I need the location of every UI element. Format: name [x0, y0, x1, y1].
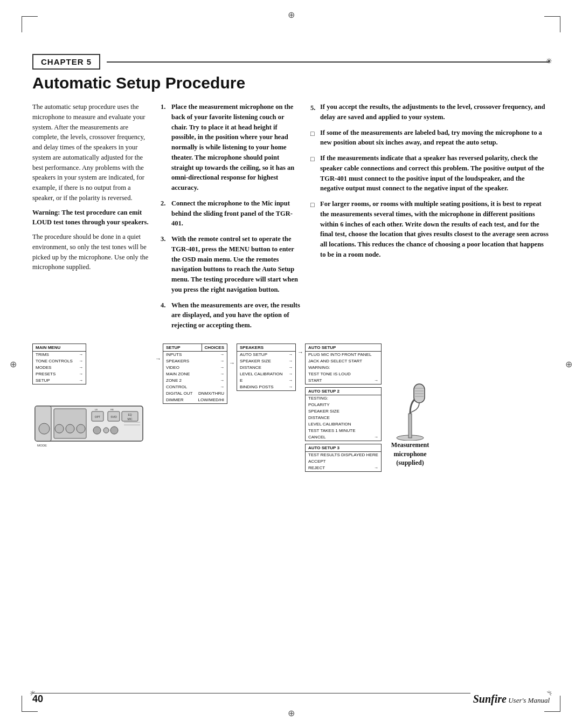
- crosshair-left: ⊕: [10, 359, 17, 369]
- as1-start: START→: [306, 377, 381, 384]
- as1-loud: TEST TONE IS LOUD: [306, 371, 381, 377]
- svg-point-5: [55, 424, 64, 433]
- numbered-list: 1. Place the measurement microphone on t…: [161, 102, 301, 331]
- microphone-svg: [391, 376, 429, 441]
- corner-tr: [544, 16, 560, 32]
- as2-time: TEST TAKES 1 MINUTE: [306, 428, 381, 434]
- item-num-4: 4.: [161, 300, 168, 331]
- speakers-header: SPEAKERS: [237, 344, 295, 352]
- list-item-2: 2. Connect the microphone to the Mic inp…: [161, 198, 301, 229]
- as1-jack: JACK AND SELECT START: [306, 358, 381, 365]
- menu-digital-out: DIGITAL OUTDNMX/THRU: [163, 390, 227, 397]
- svg-point-6: [66, 424, 74, 433]
- svg-point-7: [77, 424, 85, 433]
- bullet-text-1: If some of the measurements are labeled …: [320, 128, 550, 148]
- main-menu-header: MAIN MENU: [33, 344, 86, 352]
- chapter-line: [107, 61, 550, 63]
- as1-plug: PLUG MIC INTO FRONT PANEL: [306, 352, 381, 358]
- as3-reject: REJECT→: [306, 465, 381, 471]
- left-para-2: Warning: The test procedure can emit LOU…: [32, 208, 151, 228]
- svg-point-15: [93, 427, 101, 434]
- spk-level-cal: LEVEL CALIBRATION→: [237, 371, 295, 377]
- spk-e: E→: [237, 377, 295, 384]
- star-tr: ✳: [546, 57, 552, 66]
- svg-rect-23: [408, 414, 412, 438]
- choices-header: CHOICES: [202, 344, 227, 351]
- item-text-4: When the measurements are over, the resu…: [171, 300, 301, 331]
- arrow-2: →: [229, 344, 235, 366]
- svg-text:LB: LB: [95, 408, 98, 411]
- left-para-1: The automatic setup procedure uses the m…: [32, 102, 151, 203]
- item-text-1: Place the measurement microphone on the …: [171, 102, 301, 193]
- as2-size: SPEAKER SIZE: [306, 408, 381, 415]
- menu-control: CONTROL→: [163, 384, 227, 390]
- mic-label: Measurement microphone (supplied): [391, 441, 429, 468]
- footer-suffix: User's Manual: [507, 696, 550, 704]
- as1-warning: WARNING:: [306, 365, 381, 371]
- as3-results: TEST RESULTS DISPLAYED HERE: [306, 452, 381, 458]
- item-num-2: 2.: [161, 198, 168, 229]
- spk-auto-setup: AUTO SETUP→: [237, 352, 295, 358]
- main-menu-box: MAIN MENU TRIMS→ TONE CONTROLS→ MODES→ P…: [32, 344, 86, 384]
- arrow-3: →: [297, 344, 303, 355]
- auto-setup-3-header: AUTO SETUP 3: [306, 444, 381, 452]
- item-num-1: 1.: [161, 102, 168, 193]
- bullet-text-2: If the measurements indicate that a spea…: [320, 153, 550, 194]
- page-number: 40: [32, 693, 46, 705]
- right-item-5: 5. If you accept the results, the adjust…: [310, 102, 550, 122]
- right-item-b1: □ If some of the measurements are labele…: [310, 128, 550, 148]
- item-text-5: If you accept the results, the adjustmen…: [320, 102, 550, 122]
- content-columns: The automatic setup procedure uses the m…: [32, 102, 550, 336]
- as2-level: LEVEL CALIBRATION: [306, 421, 381, 428]
- page-title: Automatic Setup Procedure: [32, 74, 550, 92]
- menu-inputs: INPUTS→: [163, 352, 227, 358]
- menu-item-tone: TONE CONTROLS→: [33, 358, 86, 365]
- crosshair-right: ⊕: [565, 359, 572, 369]
- right-item-b2: □ If the measurements indicate that a sp…: [310, 153, 550, 194]
- menu-dimmer: DIMMERLOW/MED/HI: [163, 397, 227, 403]
- auto-setup-2-header: AUTO SETUP 2: [306, 388, 381, 395]
- svg-text:SVID: SVID: [110, 415, 117, 418]
- crosshair-top: ⊕: [288, 10, 295, 20]
- menu-item-trims: TRIMS→: [33, 352, 86, 358]
- as2-cancel: CANCEL→: [306, 434, 381, 441]
- chapter-label: CHAPTER 5: [32, 54, 100, 70]
- brand-area: Sunfire User's Manual: [470, 693, 550, 705]
- spk-size: SPEAKER SIZE→: [237, 358, 295, 365]
- svg-point-4: [39, 423, 50, 434]
- svg-text:MIC: MIC: [127, 417, 133, 421]
- crosshair-bottom: ⊕: [288, 708, 295, 718]
- mic-line3: (supplied): [396, 459, 424, 466]
- page: ⊕ ⊕ ⊕ ⊕ ✳ ✳ ✳ CHAPTER 5 Automatic Setup …: [0, 0, 582, 728]
- speakers-menu-box: SPEAKERS AUTO SETUP→ SPEAKER SIZE→ DISTA…: [237, 344, 296, 391]
- svg-text:RB: RB: [110, 408, 114, 411]
- menu-speakers: SPEAKERS→: [163, 358, 227, 365]
- svg-rect-24: [414, 384, 425, 403]
- right-list: 5. If you accept the results, the adjust…: [310, 102, 550, 260]
- right-column: 5. If you accept the results, the adjust…: [310, 102, 550, 265]
- footer: 40 Sunfire User's Manual: [32, 693, 550, 705]
- auto-setup-1-header: AUTO SETUP: [306, 344, 381, 352]
- svg-point-17: [110, 427, 118, 434]
- svg-text:MODE: MODE: [37, 444, 47, 447]
- menu-main-zone: MAIN ZONE→: [163, 371, 227, 377]
- svg-text:OPT: OPT: [95, 415, 100, 418]
- bullet-text-3: For larger rooms, or rooms with multiple…: [320, 199, 550, 260]
- svg-text:EQ: EQ: [128, 413, 131, 416]
- chapter-header: CHAPTER 5: [32, 54, 550, 70]
- svg-rect-2: [54, 409, 86, 438]
- mic-line1: Measurement: [391, 441, 429, 449]
- bullet-1: □: [310, 129, 317, 139]
- bullet-3: □: [310, 200, 317, 210]
- spk-distance: DISTANCE→: [237, 365, 295, 371]
- spk-binding: BINDING POSTS→: [237, 384, 295, 390]
- menu-video: VIDEO→: [163, 365, 227, 371]
- item-num-3: 3.: [161, 234, 168, 295]
- setup-menu-box: SETUP CHOICES INPUTS→ SPEAKERS→ VIDEO→ M…: [163, 344, 227, 404]
- menu-item-modes: MODES→: [33, 365, 86, 371]
- auto-setup-1-box: AUTO SETUP PLUG MIC INTO FRONT PANEL JAC…: [305, 344, 382, 384]
- as2-testing: TESTING:: [306, 395, 381, 402]
- svg-point-16: [103, 428, 109, 433]
- as2-polarity: POLARITY: [306, 402, 381, 408]
- as2-distance: DISTANCE: [306, 415, 381, 421]
